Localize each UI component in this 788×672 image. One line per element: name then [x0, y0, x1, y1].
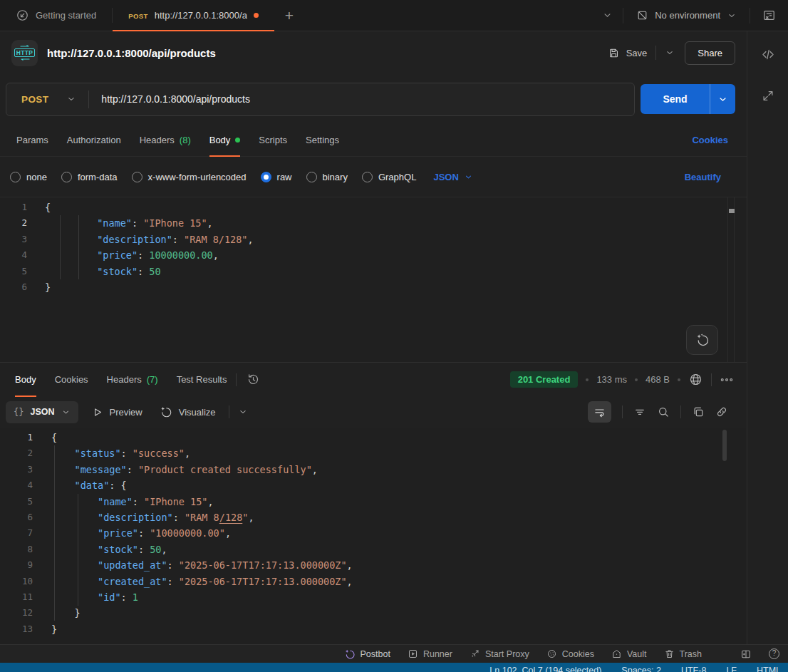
preview-button[interactable]: Preview: [87, 406, 147, 418]
tab-bar-right: No environment: [592, 0, 788, 31]
cookies-footer-button[interactable]: Cookies: [546, 648, 594, 659]
visualize-options-chevron-icon[interactable]: [238, 407, 248, 417]
no-environment-icon: [636, 9, 648, 21]
postbot-button[interactable]: [686, 325, 718, 355]
unsaved-changes-dot: [254, 13, 259, 18]
code-snippet-icon[interactable]: [760, 47, 775, 62]
copy-icon[interactable]: [692, 405, 705, 418]
tab-getting-started[interactable]: Getting started: [0, 0, 112, 31]
mode-binary[interactable]: binary: [306, 172, 348, 182]
help-icon[interactable]: ?: [769, 648, 779, 659]
method-select[interactable]: POST: [6, 94, 48, 105]
radio-none[interactable]: [10, 172, 21, 182]
response-format-select[interactable]: {} JSON: [6, 401, 78, 423]
divider: [711, 373, 712, 386]
expand-panel-icon[interactable]: [761, 89, 774, 103]
send-label[interactable]: Send: [641, 84, 710, 114]
runner-button[interactable]: Runner: [408, 648, 452, 659]
network-globe-icon[interactable]: [688, 372, 703, 387]
response-size: 468 B: [646, 374, 670, 385]
dot-separator: [678, 378, 680, 381]
vscode-eol: LF: [726, 665, 737, 672]
tab-params[interactable]: Params: [7, 124, 58, 156]
response-tab-cookies[interactable]: Cookies: [46, 363, 98, 396]
cookies-link[interactable]: Cookies: [692, 135, 740, 145]
share-button[interactable]: Share: [685, 41, 735, 65]
request-body-editor[interactable]: 1{2 "name": "IPhone 15",3 "description":…: [0, 197, 747, 362]
vscode-language: HTML: [757, 665, 781, 672]
postbot-footer-button[interactable]: Postbot: [344, 648, 390, 660]
scrollbar-thumb[interactable]: [729, 209, 735, 213]
url-value[interactable]: http://127.0.0.1:8000/api/products: [89, 93, 250, 105]
save-options-chevron-icon[interactable]: [665, 48, 675, 58]
code-line: 5 "stock": 50: [0, 264, 747, 279]
code-line: 8 "stock": 50,: [0, 542, 747, 557]
url-input[interactable]: POST http://127.0.0.1:8000/api/products: [6, 83, 635, 116]
send-button[interactable]: Send: [641, 84, 735, 114]
body-modified-dot: [235, 138, 240, 143]
dot-separator: [635, 378, 638, 381]
save-button[interactable]: Save: [608, 46, 675, 60]
mode-raw[interactable]: raw: [261, 172, 292, 182]
split-panel-icon[interactable]: [740, 648, 752, 660]
tab-authorization[interactable]: Authorization: [58, 124, 130, 156]
mode-none[interactable]: none: [10, 172, 47, 182]
raw-language-select[interactable]: JSON: [433, 172, 472, 182]
new-tab-button[interactable]: +: [274, 0, 304, 31]
method-chevron-icon[interactable]: [48, 94, 88, 104]
response-history-icon[interactable]: [237, 373, 270, 386]
workspace: HTTP http://127.0.0.1:8000/api/products …: [0, 31, 788, 644]
indent-guide: [78, 494, 78, 606]
beautify-link[interactable]: Beautify: [685, 172, 737, 182]
code-line: 7 "price": "10000000.00",: [0, 525, 747, 541]
tab-body[interactable]: Body: [200, 124, 250, 156]
environment-chevron-icon: [727, 11, 737, 21]
response-tab-headers[interactable]: Headers(7): [98, 363, 167, 396]
indent-guide: [60, 215, 61, 279]
more-options-icon[interactable]: [720, 373, 734, 387]
radio-raw-checked[interactable]: [261, 172, 271, 182]
response-toolbar-icons: [588, 401, 741, 423]
tab-scripts[interactable]: Scripts: [249, 124, 296, 156]
vscode-encoding: UTF-8: [681, 665, 706, 672]
divider: [229, 405, 229, 418]
search-icon[interactable]: [657, 405, 670, 418]
visualize-button[interactable]: Visualize: [155, 405, 220, 418]
response-tab-body[interactable]: Body: [6, 363, 46, 396]
http-request-icon: HTTP: [11, 40, 38, 66]
mode-form-data[interactable]: form-data: [61, 172, 118, 182]
radio-x-www-form-urlencoded[interactable]: [132, 172, 142, 182]
save-label: Save: [626, 48, 648, 58]
send-options-chevron-icon[interactable]: [710, 84, 735, 114]
mode-x-www-form-urlencoded[interactable]: x-www-form-urlencoded: [132, 172, 247, 182]
radio-binary[interactable]: [306, 172, 317, 182]
tab-headers[interactable]: Headers(8): [130, 124, 200, 156]
filter-icon[interactable]: [633, 405, 646, 418]
trash-button[interactable]: Trash: [664, 648, 703, 659]
radio-graphql[interactable]: [362, 172, 373, 182]
environment-selector[interactable]: No environment: [623, 9, 750, 21]
runner-icon: [408, 648, 418, 659]
scrollbar-thumb[interactable]: [722, 430, 727, 461]
response-body-viewer[interactable]: 1{2 "status": "success",3 "message": "Pr…: [0, 428, 747, 644]
link-icon[interactable]: [715, 405, 728, 418]
vault-button[interactable]: Vault: [611, 648, 647, 659]
request-header-actions: Save Share: [608, 41, 735, 65]
tab-settings[interactable]: Settings: [296, 124, 348, 156]
radio-form-data[interactable]: [61, 172, 72, 182]
code-line: 10 "created_at": "2025-06-17T17:17:13.00…: [0, 574, 747, 589]
response-toolbar: {} JSON Preview: [0, 396, 747, 428]
postbot-sparkle-icon: [344, 648, 356, 660]
start-proxy-button[interactable]: Start Proxy: [470, 648, 529, 659]
editor-scrollbar[interactable]: [727, 197, 735, 362]
divider: [680, 405, 681, 418]
environment-quick-look-icon[interactable]: [750, 9, 788, 22]
wrap-text-icon[interactable]: [588, 401, 611, 423]
tab-request-active[interactable]: POST http://127.0.0.1:8000/a: [113, 0, 274, 31]
code-line: 13}: [0, 621, 747, 637]
mode-graphql[interactable]: GraphQL: [362, 172, 416, 182]
response-tab-test-results[interactable]: Test Results: [167, 363, 237, 396]
tab-list-chevron-icon[interactable]: [592, 10, 623, 21]
url-row: POST http://127.0.0.1:8000/api/products …: [0, 74, 747, 124]
code-line: 11 "id": 1: [0, 589, 747, 605]
